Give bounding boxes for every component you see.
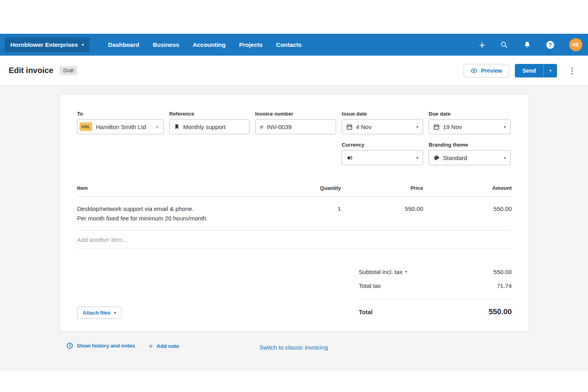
org-name: Hornblower Enterprises — [10, 41, 78, 48]
help-icon: ? — [546, 41, 554, 49]
plus-icon: + — [479, 40, 485, 50]
chevron-down-icon: ▾ — [549, 68, 551, 73]
item-quantity: 1 — [301, 204, 341, 223]
chevron-down-icon: ▾ — [416, 156, 418, 160]
item-description: Desktop/network support via email & phon… — [77, 204, 301, 223]
subtotal-label: Subtotal incl. tax — [359, 268, 402, 275]
due-date-field-block: Due date 19 Nov ▾ — [429, 111, 511, 134]
preview-label: Preview — [481, 68, 502, 74]
currency-field-block: Currency ▾ — [342, 142, 423, 165]
show-history-link[interactable]: Show history and notes — [66, 342, 135, 349]
nav-item-accounting[interactable]: Accounting — [186, 34, 232, 56]
invoice-number-value: INV-0039 — [267, 124, 292, 130]
chevron-down-icon: ▾ — [504, 156, 506, 160]
preview-button[interactable]: Preview — [464, 64, 509, 77]
bell-icon — [523, 41, 531, 49]
overflow-menu-button[interactable]: ⋮ — [565, 64, 579, 77]
navbar-actions: + ? HE — [479, 38, 582, 51]
due-date-label: Due date — [429, 111, 511, 117]
chevron-down-icon: ▾ — [114, 311, 116, 315]
hash-icon: # — [260, 124, 263, 130]
column-header-quantity: Quantity — [301, 185, 341, 191]
issue-date-field-block: Issue date 4 Nov ▾ — [342, 111, 423, 134]
nav-items: Dashboard Business Accounting Projects C… — [101, 34, 308, 56]
total-value: 550.00 — [489, 307, 512, 316]
calendar-icon — [346, 124, 352, 130]
invoice-number-label: Invoice number — [255, 111, 336, 117]
user-avatar[interactable]: HE — [569, 38, 582, 51]
column-header-item: Item — [77, 185, 301, 191]
add-note-label: Add note — [157, 343, 179, 349]
to-label: To — [77, 111, 164, 117]
branding-theme-select[interactable]: Standard ▾ — [429, 150, 511, 165]
remove-contact-button[interactable]: × — [155, 124, 159, 130]
chevron-down-icon: ▾ — [405, 270, 407, 274]
send-dropdown-button[interactable]: ▾ — [544, 64, 557, 77]
page-header: Edit invoice Draft Preview Send ▾ ⋮ — [0, 56, 588, 86]
create-new-button[interactable]: + — [479, 40, 485, 50]
attach-files-label: Attach files — [83, 310, 110, 316]
chevron-down-icon: ▾ — [504, 125, 506, 129]
to-contact-input[interactable]: HSL Hamilton Smith Ltd × — [77, 119, 164, 134]
reference-value: Monthly support — [183, 124, 226, 130]
line-item-row[interactable]: Desktop/network support via email & phon… — [77, 197, 512, 231]
palette-icon — [433, 155, 439, 161]
add-note-link[interactable]: + Add note — [149, 342, 179, 350]
item-description-line1: Desktop/network support via email & phon… — [77, 204, 301, 214]
send-button[interactable]: Send — [515, 64, 544, 77]
to-field-block: To HSL Hamilton Smith Ltd × — [77, 111, 164, 134]
issue-date-value: 4 Nov — [356, 124, 371, 130]
reference-label: Reference — [169, 111, 250, 117]
subtotal-selector[interactable]: Subtotal incl. tax ▾ — [359, 268, 407, 275]
search-icon — [500, 41, 508, 49]
status-badge: Draft — [60, 66, 77, 75]
total-tax-row: Total tax 71.74 — [359, 282, 512, 290]
attach-files-button[interactable]: Attach files ▾ — [77, 307, 122, 319]
invoice-number-field-block: Invoice number # INV-0039 — [255, 111, 336, 134]
issue-date-label: Issue date — [342, 111, 423, 117]
nav-item-business[interactable]: Business — [146, 34, 186, 56]
help-button[interactable]: ? — [546, 41, 554, 49]
invoice-number-input[interactable]: # INV-0039 — [255, 119, 336, 134]
invoice-card: To HSL Hamilton Smith Ltd × Reference Mo… — [60, 94, 529, 332]
content-area: To HSL Hamilton Smith Ltd × Reference Mo… — [0, 86, 588, 371]
chevron-down-icon: ▾ — [416, 125, 418, 129]
calendar-icon — [433, 124, 439, 130]
switch-classic-link[interactable]: Switch to classic invoicing — [259, 344, 328, 351]
due-date-value: 19 Nov — [443, 124, 462, 130]
nav-item-projects[interactable]: Projects — [232, 34, 269, 56]
reference-field-block: Reference Monthly support — [169, 111, 250, 134]
notifications-button[interactable] — [523, 41, 531, 49]
total-tax-label: Total tax — [359, 282, 381, 289]
total-row: Total 550.00 — [359, 299, 512, 316]
subtotal-row: Subtotal incl. tax ▾ 550.00 — [359, 268, 512, 276]
item-amount: 550.00 — [423, 204, 512, 223]
search-button[interactable] — [500, 41, 508, 49]
line-items-table: Item Quantity Price Amount Desktop/netwo… — [77, 185, 512, 249]
add-item-row[interactable]: Add another item... — [77, 231, 512, 249]
item-description-line2: Per month fixed fee for minimum 20 hours… — [77, 214, 301, 223]
nav-item-dashboard[interactable]: Dashboard — [101, 34, 146, 56]
eye-icon — [470, 67, 478, 74]
currency-label: Currency — [342, 142, 423, 148]
subtotal-value: 550.00 — [493, 268, 512, 275]
screen: Hornblower Enterprises ▾ Dashboard Busin… — [0, 0, 588, 392]
branding-theme-value: Standard — [443, 154, 467, 161]
nav-item-contacts[interactable]: Contacts — [269, 34, 308, 56]
issue-date-select[interactable]: 4 Nov ▾ — [342, 119, 423, 134]
due-date-select[interactable]: 19 Nov ▾ — [429, 119, 511, 134]
reference-input[interactable]: Monthly support — [169, 119, 250, 134]
org-switcher-button[interactable]: Hornblower Enterprises ▾ — [5, 37, 89, 52]
chevron-down-icon: ▾ — [82, 42, 84, 47]
header-actions: Preview Send ▾ ⋮ — [464, 64, 579, 77]
invoice-fields: To HSL Hamilton Smith Ltd × Reference Mo… — [60, 94, 529, 165]
history-clock-icon — [66, 342, 73, 349]
plus-icon: + — [149, 342, 153, 350]
branding-theme-label: Branding theme — [429, 142, 511, 148]
page-title: Edit invoice — [9, 66, 53, 75]
bookmark-icon — [174, 124, 180, 129]
show-history-label: Show history and notes — [77, 343, 135, 349]
column-header-price: Price — [341, 185, 423, 191]
currency-select[interactable]: ▾ — [342, 150, 423, 165]
send-split-button: Send ▾ — [515, 64, 557, 77]
